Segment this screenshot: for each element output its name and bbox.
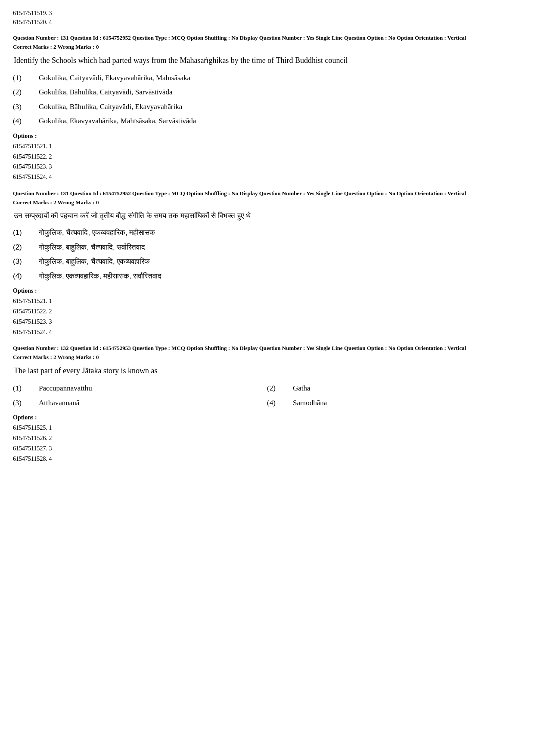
q131-eng-oid-1: 61547511521. 1: [13, 141, 521, 152]
q131-hin-meta: Question Number : 131 Question Id : 6154…: [13, 189, 521, 198]
opt-text-1: Gokulika, Caityavādi, Ekavyavahārika, Ma…: [39, 72, 521, 84]
top-id-1: 61547511519. 3: [13, 9, 521, 18]
hin-opt-num-4: (4): [13, 271, 39, 282]
q132-meta: Question Number : 132 Question Id : 6154…: [13, 344, 521, 353]
hin-opt-num-1: (1): [13, 227, 39, 238]
q132-oid-2: 61547511526. 2: [13, 433, 521, 444]
q132-col-2: (2) Gāthā: [267, 383, 521, 394]
q131-hin-marks: Correct Marks : 2 Wrong Marks : 0: [13, 199, 521, 206]
q132-options-row-1: (1) Paccupannavatthu (2) Gāthā: [13, 383, 521, 394]
question-131-english: Question Number : 131 Question Id : 6154…: [13, 34, 521, 182]
q132-opt-num-1: (1): [13, 383, 39, 394]
top-ids-section: 61547511519. 3 61547511520. 4: [13, 9, 521, 27]
q132-opt-num-4: (4): [267, 397, 293, 409]
q132-oid-1: 61547511525. 1: [13, 423, 521, 433]
opt-text-4: Gokulika, Ekavyavahārika, Mahīsāsaka, Sa…: [39, 116, 521, 127]
q131-eng-oid-2: 61547511522. 2: [13, 152, 521, 162]
option-1: (1) Gokulika, Caityavādi, Ekavyavahārika…: [13, 72, 521, 84]
q131-eng-options-label: Options :: [13, 133, 521, 140]
q132-oid-4: 61547511528. 4: [13, 454, 521, 464]
q132-opt-text-4: Samodhāna: [293, 397, 327, 409]
opt-text-2: Gokulika, Bāhulika, Caityavādi, Sarvāsti…: [39, 87, 521, 98]
q131-eng-option-ids: 61547511521. 1 61547511522. 2 6154751152…: [13, 141, 521, 182]
q131-eng-oid-4: 61547511524. 4: [13, 172, 521, 182]
q132-marks: Correct Marks : 2 Wrong Marks : 0: [13, 354, 521, 361]
hin-opt-text-2: गोकुलिक, बाहुलिक, चैत्यवादि, सर्वास्तिवा…: [39, 242, 521, 253]
q132-options-label: Options :: [13, 414, 521, 421]
hin-opt-text-3: गोकुलिक, बाहुलिक, चैत्यवादि, एकव्यवहारिक: [39, 256, 521, 267]
question-131-hindi: Question Number : 131 Question Id : 6154…: [13, 189, 521, 337]
q131-eng-text: Identify the Schools which had parted wa…: [13, 55, 521, 66]
hin-option-3: (3) गोकुलिक, बाहुलिक, चैत्यवादि, एकव्यवह…: [13, 256, 521, 267]
hin-opt-num-2: (2): [13, 242, 39, 253]
q131-hin-options: (1) गोकुलिक, चैत्यवादि, एकव्यवहारिक, मही…: [13, 227, 521, 281]
q131-eng-oid-3: 61547511523. 3: [13, 162, 521, 172]
hin-option-4: (4) गोकुलिक, एकव्यवहारिक, महीसासक, सर्वा…: [13, 271, 521, 282]
q131-hin-oid-1: 61547511521. 1: [13, 296, 521, 306]
q132-col-1: (1) Paccupannavatthu: [13, 383, 267, 394]
hin-option-2: (2) गोकुलिक, बाहुलिक, चैत्यवादि, सर्वास्…: [13, 242, 521, 253]
opt-num-1: (1): [13, 72, 39, 84]
hin-opt-text-1: गोकुलिक, चैत्यवादि, एकव्यवहारिक, महीसासक: [39, 227, 521, 238]
q132-opt-text-2: Gāthā: [293, 383, 310, 394]
q132-option-ids: 61547511525. 1 61547511526. 2 6154751152…: [13, 423, 521, 464]
hin-option-1: (1) गोकुलिक, चैत्यवादि, एकव्यवहारिक, मही…: [13, 227, 521, 238]
q132-col-3: (3) Atthavannanā: [13, 397, 267, 409]
q131-hin-options-label: Options :: [13, 287, 521, 294]
q132-options-row-2: (3) Atthavannanā (4) Samodhāna: [13, 397, 521, 409]
q131-hin-oid-2: 61547511522. 2: [13, 306, 521, 317]
q131-eng-options: (1) Gokulika, Caityavādi, Ekavyavahārika…: [13, 72, 521, 127]
q131-hin-text: उन सम्प्रदायों की पहचान करें जो तृतीय बौ…: [13, 210, 521, 222]
option-3: (3) Gokulika, Bāhulika, Caityavādi, Ekav…: [13, 101, 521, 112]
opt-num-4: (4): [13, 116, 39, 127]
q131-hin-option-ids: 61547511521. 1 61547511522. 2 6154751152…: [13, 296, 521, 337]
q131-eng-marks: Correct Marks : 2 Wrong Marks : 0: [13, 44, 521, 50]
q131-hin-oid-4: 61547511524. 4: [13, 327, 521, 337]
hin-opt-text-4: गोकुलिक, एकव्यवहारिक, महीसासक, सर्वास्ति…: [39, 271, 521, 282]
q132-options: (1) Paccupannavatthu (2) Gāthā (3) Attha…: [13, 383, 521, 408]
q131-eng-meta: Question Number : 131 Question Id : 6154…: [13, 34, 521, 43]
top-id-2: 61547511520. 4: [13, 18, 521, 27]
opt-text-3: Gokulika, Bāhulika, Caityavādi, Ekavyava…: [39, 101, 521, 112]
q132-opt-text-1: Paccupannavatthu: [39, 383, 92, 394]
q132-opt-num-2: (2): [267, 383, 293, 394]
question-132: Question Number : 132 Question Id : 6154…: [13, 344, 521, 464]
hin-opt-num-3: (3): [13, 256, 39, 267]
q132-col-4: (4) Samodhāna: [267, 397, 521, 409]
q132-text: The last part of every Jātaka story is k…: [13, 365, 521, 377]
q132-oid-3: 61547511527. 3: [13, 444, 521, 454]
opt-num-2: (2): [13, 87, 39, 98]
opt-num-3: (3): [13, 101, 39, 112]
option-4: (4) Gokulika, Ekavyavahārika, Mahīsāsaka…: [13, 116, 521, 127]
option-2: (2) Gokulika, Bāhulika, Caityavādi, Sarv…: [13, 87, 521, 98]
q132-opt-text-3: Atthavannanā: [39, 397, 79, 409]
q131-hin-oid-3: 61547511523. 3: [13, 317, 521, 327]
q132-opt-num-3: (3): [13, 397, 39, 409]
